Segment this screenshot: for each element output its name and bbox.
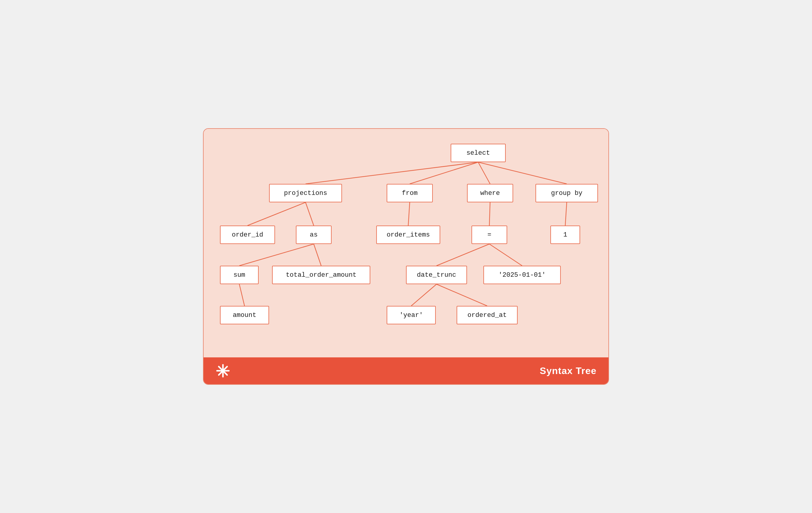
node-where: where [467, 184, 513, 202]
svg-line-2 [478, 162, 490, 184]
svg-line-12 [489, 244, 522, 266]
svg-line-4 [248, 202, 306, 225]
node-date_2025: '2025-01-01' [484, 266, 561, 284]
svg-line-11 [437, 244, 490, 266]
node-order_id: order_id [220, 225, 275, 244]
node-year: 'year' [387, 306, 436, 324]
node-order_items: order_items [376, 225, 440, 244]
footer-title: Syntax Tree [540, 365, 597, 376]
footer: Syntax Tree [204, 357, 608, 384]
svg-line-15 [437, 284, 487, 306]
svg-line-9 [239, 244, 314, 266]
node-amount: amount [220, 306, 269, 324]
node-select: select [451, 144, 506, 162]
svg-line-7 [489, 202, 490, 225]
node-total_order_amount: total_order_amount [272, 266, 370, 284]
node-from: from [387, 184, 433, 202]
svg-line-5 [306, 202, 314, 225]
node-group_by: group by [535, 184, 598, 202]
tree-area: selectprojectionsfromwheregroup byorder_… [204, 129, 608, 357]
node-date_trunc: date_trunc [406, 266, 467, 284]
svg-line-1 [410, 162, 478, 184]
node-projections: projections [269, 184, 342, 202]
node-equals: = [471, 225, 507, 244]
svg-line-0 [306, 162, 478, 184]
svg-line-10 [314, 244, 321, 266]
node-sum: sum [220, 266, 259, 284]
node-as: as [296, 225, 331, 244]
svg-line-14 [411, 284, 437, 306]
svg-line-8 [565, 202, 567, 225]
svg-line-6 [408, 202, 410, 225]
svg-line-3 [478, 162, 567, 184]
node-ordered_at: ordered_at [457, 306, 518, 324]
svg-line-13 [239, 284, 245, 306]
node-one: 1 [550, 225, 580, 244]
logo-icon [215, 363, 230, 378]
card: selectprojectionsfromwheregroup byorder_… [203, 128, 609, 385]
